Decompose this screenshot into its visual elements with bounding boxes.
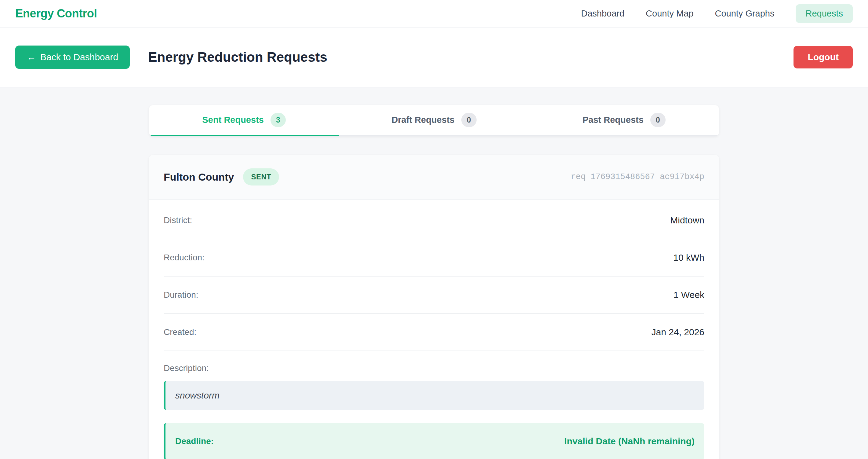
nav-item-dashboard[interactable]: Dashboard (581, 8, 624, 19)
district-value: Midtown (670, 215, 704, 226)
district-label: District: (164, 216, 192, 225)
duration-value: 1 Week (674, 290, 704, 300)
nav-item-county-graphs[interactable]: County Graphs (715, 8, 774, 19)
nav-item-county-map[interactable]: County Map (646, 8, 693, 19)
main-content: Sent Requests 3 Draft Requests 0 Past Re… (0, 87, 868, 459)
detail-row-created: Created: Jan 24, 2026 (164, 314, 704, 351)
back-to-dashboard-button[interactable]: ← Back to Dashboard (15, 46, 130, 69)
request-card-body: District: Midtown Reduction: 10 kWh Dura… (149, 200, 719, 459)
back-button-label: Back to Dashboard (40, 52, 118, 62)
created-label: Created: (164, 327, 196, 337)
created-value: Jan 24, 2026 (652, 327, 704, 337)
nav-item-requests[interactable]: Requests (796, 4, 853, 23)
description-box: snowstorm (164, 381, 704, 410)
status-badge: SENT (243, 168, 279, 185)
duration-label: Duration: (164, 290, 198, 300)
request-card-header: Fulton County SENT req_1769315486567_ac9… (149, 155, 719, 200)
nav-links: Dashboard County Map County Graphs Reque… (581, 4, 853, 23)
detail-row-reduction: Reduction: 10 kWh (164, 239, 704, 277)
tab-draft-count-badge: 0 (461, 113, 476, 127)
reduction-value: 10 kWh (673, 252, 704, 263)
tab-past-label: Past Requests (583, 115, 644, 125)
tab-sent-requests[interactable]: Sent Requests 3 (149, 105, 339, 136)
request-id: req_1769315486567_ac9i7bx4p (571, 172, 704, 181)
tab-sent-count-badge: 3 (271, 113, 286, 127)
top-navbar: Energy Control Dashboard County Map Coun… (0, 0, 868, 28)
description-label: Description: (164, 363, 704, 373)
content-container: Sent Requests 3 Draft Requests 0 Past Re… (149, 87, 719, 459)
tab-sent-label: Sent Requests (202, 115, 264, 125)
deadline-label: Deadline: (175, 436, 214, 446)
detail-row-district: District: Midtown (164, 202, 704, 239)
page-header: ← Back to Dashboard Energy Reduction Req… (0, 28, 868, 87)
detail-row-duration: Duration: 1 Week (164, 277, 704, 314)
reduction-label: Reduction: (164, 253, 205, 262)
request-card: Fulton County SENT req_1769315486567_ac9… (149, 155, 719, 459)
county-name: Fulton County (164, 171, 234, 183)
tab-draft-requests[interactable]: Draft Requests 0 (339, 105, 529, 136)
deadline-box: Deadline: Invalid Date (NaNh remaining) (164, 423, 704, 459)
tab-past-count-badge: 0 (650, 113, 665, 127)
requests-tabbar: Sent Requests 3 Draft Requests 0 Past Re… (149, 105, 719, 136)
tab-past-requests[interactable]: Past Requests 0 (529, 105, 719, 136)
back-arrow-icon: ← (27, 52, 36, 62)
logout-button[interactable]: Logout (794, 46, 853, 68)
app-logo: Energy Control (15, 7, 97, 20)
tab-draft-label: Draft Requests (392, 115, 454, 125)
deadline-value: Invalid Date (NaNh remaining) (564, 436, 694, 447)
page-title: Energy Reduction Requests (148, 50, 327, 65)
